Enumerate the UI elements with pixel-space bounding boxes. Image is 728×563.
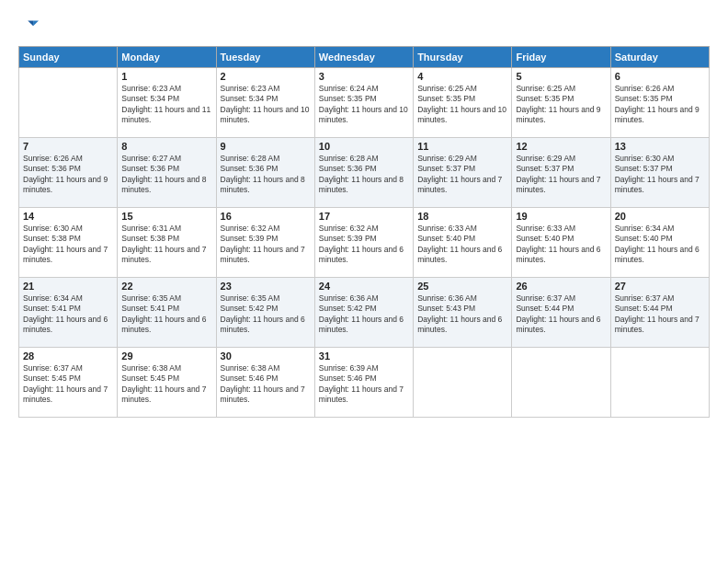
day-info: Sunrise: 6:29 AMSunset: 5:37 PMDaylight:… bbox=[417, 154, 507, 196]
calendar-cell: 18Sunrise: 6:33 AMSunset: 5:40 PMDayligh… bbox=[414, 208, 512, 278]
day-info: Sunrise: 6:23 AMSunset: 5:34 PMDaylight:… bbox=[221, 84, 311, 126]
day-number: 13 bbox=[615, 141, 705, 152]
day-info: Sunrise: 6:37 AMSunset: 5:44 PMDaylight:… bbox=[516, 293, 606, 336]
logo bbox=[18, 17, 42, 37]
calendar-cell: 28Sunrise: 6:37 AMSunset: 5:45 PMDayligh… bbox=[19, 348, 118, 418]
day-info: Sunrise: 6:33 AMSunset: 5:40 PMDaylight:… bbox=[417, 224, 507, 266]
day-number: 25 bbox=[417, 281, 507, 292]
week-row-4: 21Sunrise: 6:34 AMSunset: 5:41 PMDayligh… bbox=[19, 278, 710, 348]
logo-icon bbox=[18, 17, 39, 37]
calendar-cell: 20Sunrise: 6:34 AMSunset: 5:40 PMDayligh… bbox=[610, 208, 709, 278]
col-header-wednesday: Wednesday bbox=[314, 47, 413, 68]
day-info: Sunrise: 6:27 AMSunset: 5:36 PMDaylight:… bbox=[121, 154, 211, 196]
day-info: Sunrise: 6:25 AMSunset: 5:35 PMDaylight:… bbox=[516, 84, 606, 126]
day-number: 4 bbox=[417, 71, 507, 82]
calendar-cell: 27Sunrise: 6:37 AMSunset: 5:44 PMDayligh… bbox=[610, 278, 709, 348]
day-info: Sunrise: 6:36 AMSunset: 5:43 PMDaylight:… bbox=[417, 293, 507, 336]
day-info: Sunrise: 6:23 AMSunset: 5:34 PMDaylight:… bbox=[121, 84, 211, 126]
calendar-cell: 10Sunrise: 6:28 AMSunset: 5:36 PMDayligh… bbox=[314, 138, 413, 208]
calendar: SundayMondayTuesdayWednesdayThursdayFrid… bbox=[18, 46, 710, 418]
header-row: SundayMondayTuesdayWednesdayThursdayFrid… bbox=[19, 47, 710, 68]
week-row-3: 14Sunrise: 6:30 AMSunset: 5:38 PMDayligh… bbox=[19, 208, 710, 278]
day-info: Sunrise: 6:32 AMSunset: 5:39 PMDaylight:… bbox=[319, 224, 409, 266]
calendar-cell: 11Sunrise: 6:29 AMSunset: 5:37 PMDayligh… bbox=[414, 138, 512, 208]
week-row-5: 28Sunrise: 6:37 AMSunset: 5:45 PMDayligh… bbox=[19, 348, 710, 418]
calendar-cell: 16Sunrise: 6:32 AMSunset: 5:39 PMDayligh… bbox=[216, 208, 314, 278]
calendar-cell: 9Sunrise: 6:28 AMSunset: 5:36 PMDaylight… bbox=[216, 138, 314, 208]
calendar-cell: 23Sunrise: 6:35 AMSunset: 5:42 PMDayligh… bbox=[216, 278, 314, 348]
day-info: Sunrise: 6:26 AMSunset: 5:36 PMDaylight:… bbox=[23, 154, 113, 196]
day-info: Sunrise: 6:37 AMSunset: 5:45 PMDaylight:… bbox=[23, 363, 113, 406]
day-info: Sunrise: 6:35 AMSunset: 5:41 PMDaylight:… bbox=[121, 293, 211, 336]
day-info: Sunrise: 6:29 AMSunset: 5:37 PMDaylight:… bbox=[516, 154, 606, 196]
col-header-friday: Friday bbox=[512, 47, 610, 68]
calendar-cell: 1Sunrise: 6:23 AMSunset: 5:34 PMDaylight… bbox=[118, 68, 216, 138]
calendar-cell: 3Sunrise: 6:24 AMSunset: 5:35 PMDaylight… bbox=[314, 68, 413, 138]
day-number: 20 bbox=[615, 211, 705, 222]
calendar-cell: 6Sunrise: 6:26 AMSunset: 5:35 PMDaylight… bbox=[610, 68, 709, 138]
calendar-cell: 13Sunrise: 6:30 AMSunset: 5:37 PMDayligh… bbox=[610, 138, 709, 208]
day-number: 31 bbox=[319, 350, 409, 362]
day-info: Sunrise: 6:39 AMSunset: 5:46 PMDaylight:… bbox=[319, 363, 409, 406]
day-info: Sunrise: 6:32 AMSunset: 5:39 PMDaylight:… bbox=[221, 224, 311, 266]
day-number: 1 bbox=[121, 71, 211, 82]
day-number: 12 bbox=[516, 141, 606, 152]
day-number: 3 bbox=[319, 71, 409, 82]
day-number: 14 bbox=[23, 211, 113, 222]
calendar-cell bbox=[19, 68, 118, 138]
calendar-cell: 31Sunrise: 6:39 AMSunset: 5:46 PMDayligh… bbox=[314, 348, 413, 418]
calendar-cell: 29Sunrise: 6:38 AMSunset: 5:45 PMDayligh… bbox=[118, 348, 216, 418]
day-info: Sunrise: 6:36 AMSunset: 5:42 PMDaylight:… bbox=[319, 293, 409, 336]
day-number: 6 bbox=[615, 71, 705, 82]
header bbox=[18, 17, 710, 37]
day-info: Sunrise: 6:33 AMSunset: 5:40 PMDaylight:… bbox=[516, 224, 606, 266]
day-number: 28 bbox=[23, 350, 113, 362]
calendar-cell: 21Sunrise: 6:34 AMSunset: 5:41 PMDayligh… bbox=[19, 278, 118, 348]
day-info: Sunrise: 6:24 AMSunset: 5:35 PMDaylight:… bbox=[319, 84, 409, 126]
calendar-cell: 26Sunrise: 6:37 AMSunset: 5:44 PMDayligh… bbox=[512, 278, 610, 348]
day-number: 19 bbox=[516, 211, 606, 222]
day-number: 7 bbox=[23, 141, 113, 152]
day-info: Sunrise: 6:31 AMSunset: 5:38 PMDaylight:… bbox=[121, 224, 211, 266]
calendar-cell: 14Sunrise: 6:30 AMSunset: 5:38 PMDayligh… bbox=[19, 208, 118, 278]
calendar-cell: 25Sunrise: 6:36 AMSunset: 5:43 PMDayligh… bbox=[414, 278, 512, 348]
svg-marker-0 bbox=[33, 20, 39, 26]
day-info: Sunrise: 6:25 AMSunset: 5:35 PMDaylight:… bbox=[417, 84, 507, 126]
day-number: 30 bbox=[221, 350, 311, 362]
week-row-1: 1Sunrise: 6:23 AMSunset: 5:34 PMDaylight… bbox=[19, 68, 710, 138]
calendar-cell: 5Sunrise: 6:25 AMSunset: 5:35 PMDaylight… bbox=[512, 68, 610, 138]
week-row-2: 7Sunrise: 6:26 AMSunset: 5:36 PMDaylight… bbox=[19, 138, 710, 208]
day-info: Sunrise: 6:30 AMSunset: 5:38 PMDaylight:… bbox=[23, 224, 113, 266]
calendar-cell: 4Sunrise: 6:25 AMSunset: 5:35 PMDaylight… bbox=[414, 68, 512, 138]
day-number: 21 bbox=[23, 281, 113, 292]
svg-marker-1 bbox=[28, 20, 33, 26]
day-number: 16 bbox=[221, 211, 311, 222]
day-number: 24 bbox=[319, 281, 409, 292]
day-number: 29 bbox=[121, 350, 211, 362]
day-info: Sunrise: 6:30 AMSunset: 5:37 PMDaylight:… bbox=[615, 154, 705, 196]
day-info: Sunrise: 6:35 AMSunset: 5:42 PMDaylight:… bbox=[221, 293, 311, 336]
page: SundayMondayTuesdayWednesdayThursdayFrid… bbox=[0, 0, 728, 563]
day-info: Sunrise: 6:34 AMSunset: 5:40 PMDaylight:… bbox=[615, 224, 705, 266]
col-header-sunday: Sunday bbox=[19, 47, 118, 68]
calendar-cell: 8Sunrise: 6:27 AMSunset: 5:36 PMDaylight… bbox=[118, 138, 216, 208]
day-number: 11 bbox=[417, 141, 507, 152]
col-header-thursday: Thursday bbox=[414, 47, 512, 68]
day-info: Sunrise: 6:38 AMSunset: 5:45 PMDaylight:… bbox=[121, 363, 211, 406]
day-info: Sunrise: 6:26 AMSunset: 5:35 PMDaylight:… bbox=[615, 84, 705, 126]
day-number: 2 bbox=[221, 71, 311, 82]
calendar-cell: 2Sunrise: 6:23 AMSunset: 5:34 PMDaylight… bbox=[216, 68, 314, 138]
day-number: 27 bbox=[615, 281, 705, 292]
calendar-cell: 19Sunrise: 6:33 AMSunset: 5:40 PMDayligh… bbox=[512, 208, 610, 278]
day-info: Sunrise: 6:28 AMSunset: 5:36 PMDaylight:… bbox=[319, 154, 409, 196]
day-number: 8 bbox=[121, 141, 211, 152]
calendar-cell bbox=[512, 348, 610, 418]
day-number: 15 bbox=[121, 211, 211, 222]
day-info: Sunrise: 6:38 AMSunset: 5:46 PMDaylight:… bbox=[221, 363, 311, 406]
calendar-cell: 15Sunrise: 6:31 AMSunset: 5:38 PMDayligh… bbox=[118, 208, 216, 278]
day-number: 18 bbox=[417, 211, 507, 222]
col-header-monday: Monday bbox=[118, 47, 216, 68]
day-info: Sunrise: 6:34 AMSunset: 5:41 PMDaylight:… bbox=[23, 293, 113, 336]
calendar-cell bbox=[610, 348, 709, 418]
day-info: Sunrise: 6:37 AMSunset: 5:44 PMDaylight:… bbox=[615, 293, 705, 336]
